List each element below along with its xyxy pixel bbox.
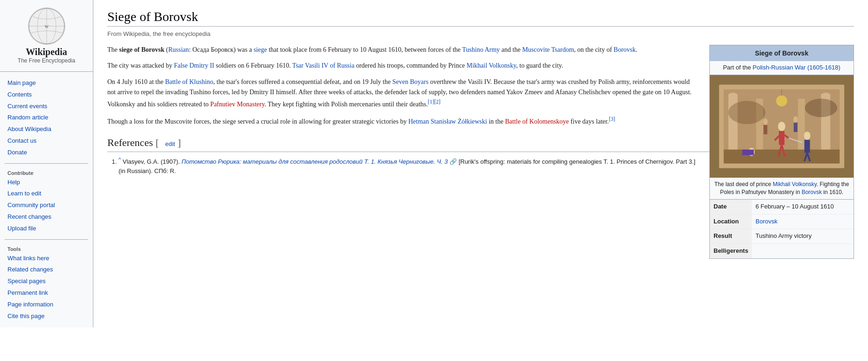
sidebar-item-special-pages[interactable]: Special pages [0,276,93,287]
sidebar-item-upload-file[interactable]: Upload file [0,223,93,235]
bold-term: siege of Borovsk [119,46,164,53]
sidebar-item-page-information[interactable]: Page information [0,299,93,311]
link-pafnutiev-monastery[interactable]: Pafnutiev Monastery [210,100,265,107]
link-battle-klushino[interactable]: Battle of Klushino [165,78,213,85]
references-edit-link[interactable]: edit [165,140,175,147]
sidebar-item-contents[interactable]: Contents [0,89,93,101]
tools-header: Tools [0,244,93,253]
site-logo: W Wikipedia The Free Encyclopedia [0,4,93,72]
infobox-label-belligerents: Belligerents [710,244,752,258]
link-borovsk-1[interactable]: Borovsk [614,46,636,53]
sidebar-divider-1 [5,163,88,164]
sidebar-item-what-links-here[interactable]: What links here [0,253,93,264]
sidebar-item-random-article[interactable]: Random article [0,112,93,124]
sup-ref-3: [3] [609,116,616,122]
nav-section: Main page Contents Current events Random… [0,76,93,160]
ref-link-2[interactable]: [2] [434,99,441,105]
caption-link-volkonsky[interactable]: Mikhail Volkonsky [773,181,817,187]
sidebar-item-current-events[interactable]: Current events [0,101,93,112]
article-body: Siege of Borovsk Part of the Polish-Russ… [107,45,854,175]
link-false-dmitry[interactable]: False Dmitry II [174,62,214,69]
ref-link-3[interactable]: [3] [609,116,616,122]
infobox-row-result: Result Tushino Army victory [710,229,854,244]
link-muscovite-tsardom[interactable]: Muscovite Tsardom [522,46,574,53]
link-battle-kolomenskoye[interactable]: Battle of Kolomenskoye [505,118,569,125]
svg-rect-12 [798,99,805,154]
infobox-location-link[interactable]: Borovsk [756,218,777,225]
logo-image: W [28,7,65,45]
infobox-row-location: Location Borovsk [710,215,854,229]
page-title: Siege of Borovsk [107,9,854,27]
tools-section: Tools What links here Related changes Sp… [0,243,93,324]
svg-point-31 [728,101,765,125]
caption-end: in 1610. [822,189,843,195]
sidebar-item-learn-to-edit[interactable]: Learn to edit [0,188,93,200]
svg-point-18 [778,122,785,131]
infobox-value-date: 6 February – 10 August 1610 [752,200,854,214]
infobox-label-result: Result [710,229,752,243]
sidebar-item-cite-this-page[interactable]: Cite this page [0,311,93,322]
svg-rect-25 [742,150,754,155]
link-hetman-zolkiewski[interactable]: Hetman Stanisław Żółkiewski [408,118,487,125]
infobox-caption: The last deed of prince Mikhail Volkonsk… [710,178,854,200]
caption-prefix: The last deed of prince [714,181,773,187]
sidebar-item-permanent-link[interactable]: Permanent link [0,287,93,299]
link-tsar-vasili[interactable]: Tsar Vasili IV of Russia [292,62,354,69]
infobox-subtitle: Part of the Polish-Russian War (1605-161… [710,61,854,75]
infobox-row-belligerents: Belligerents [710,244,854,258]
svg-rect-17 [724,150,840,164]
infobox-value-result: Tushino Army victory [752,229,854,243]
ref-text-before-1: Vlasyev, G.A. (1907). [123,158,182,165]
infobox-subtitle-link[interactable]: Polish-Russian War (1605-1618) [753,64,840,71]
sidebar-item-community-portal[interactable]: Community portal [0,200,93,211]
site-title: Wikipedia [26,47,67,57]
svg-point-15 [776,96,787,107]
svg-rect-27 [805,140,810,153]
svg-rect-34 [763,125,767,134]
svg-rect-36 [794,123,798,132]
svg-point-33 [763,118,768,125]
svg-text:W: W [44,24,49,29]
link-mikhail-volkonsky[interactable]: Mikhail Volkonsky [467,62,516,69]
sidebar-item-donate[interactable]: Donate [0,147,93,159]
link-seven-boyars[interactable]: Seven Boyars [392,78,428,85]
contribute-section: Contribute Help Learn to edit Community … [0,167,93,236]
sidebar-item-main-page[interactable]: Main page [0,77,93,89]
edit-bracket-open: [ [155,137,161,148]
infobox-subtitle-prefix: Part of the [723,64,753,71]
svg-point-13 [728,93,738,100]
sidebar-item-contact-us[interactable]: Contact us [0,135,93,147]
sidebar-item-related-changes[interactable]: Related changes [0,264,93,276]
edit-bracket-close: ] [175,137,181,148]
ref-caret-1[interactable]: ^ [119,157,121,162]
infobox-title: Siege of Borovsk [710,45,854,61]
link-russian[interactable]: Russian [168,46,189,53]
from-wiki-text: From Wikipedia, the free encyclopedia [107,30,854,37]
site-subtitle: The Free Encyclopedia [18,57,75,64]
svg-point-32 [805,99,838,118]
main-content: Siege of Borovsk From Wikipedia, the fre… [93,0,868,327]
svg-point-26 [804,132,811,140]
infobox-row-date: Date 6 February – 10 August 1610 [710,200,854,215]
sidebar-divider-2 [5,239,88,240]
sup-ref-1-2: [1][2] [428,99,441,105]
infobox-label-location: Location [710,215,752,229]
svg-point-35 [793,116,798,123]
caption-link-borovsk[interactable]: Borovsk [802,189,822,195]
link-tushino-army[interactable]: Tushino Army [462,46,500,53]
link-siege[interactable]: siege [253,46,267,53]
infobox-label-date: Date [710,200,752,214]
infobox-value-belligerents [752,244,854,258]
ref-link-1[interactable]: [1] [428,99,434,105]
infobox-image [710,75,854,178]
ref-icon-external: 🔗 [449,158,457,165]
sidebar-item-recent-changes[interactable]: Recent changes [0,211,93,223]
ref-link-potom[interactable]: Потомство Рюрика: материалы для составле… [182,158,448,165]
sidebar-item-help[interactable]: Help [0,177,93,188]
sidebar: W Wikipedia The Free Encyclopedia Main p… [0,0,93,327]
sidebar-item-about-wikipedia[interactable]: About Wikipedia [0,124,93,135]
svg-rect-19 [779,131,784,145]
references-title: References [107,137,153,148]
infobox: Siege of Borovsk Part of the Polish-Russ… [709,45,854,259]
contribute-header: Contribute [0,168,93,177]
